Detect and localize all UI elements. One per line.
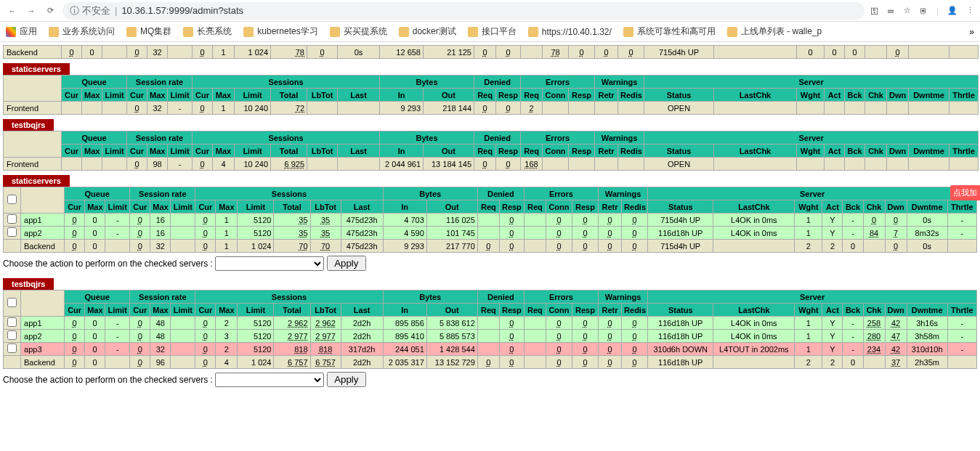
cell-s_lb: 70: [310, 240, 341, 253]
section-title[interactable]: staticservers: [3, 63, 70, 75]
section-title[interactable]: testbqjrs: [3, 278, 54, 290]
cell-dwn: 0: [885, 214, 907, 227]
cell-s_max: 2: [216, 317, 238, 330]
row-name[interactable]: Frontend: [4, 158, 62, 171]
cell-q_lim: -: [105, 227, 130, 240]
bookmark-item[interactable]: 应用: [6, 25, 37, 38]
bookmark-item[interactable]: 买买提系统: [330, 25, 387, 38]
address-bar[interactable]: ⓘ 不安全 | 10.36.1.57:9999/admin?stats: [62, 2, 864, 20]
cell-sr_cur: 0: [130, 240, 150, 253]
cell-q_lim: -: [105, 317, 130, 330]
cell-b_in: 9 293: [383, 240, 426, 253]
cell-thrtle: -: [947, 227, 976, 240]
folder-icon: [528, 27, 538, 37]
cell-lastchk: L4OK in 0ms: [713, 330, 795, 343]
header-group-row: QueueSession rateSessionsBytesDeniedErro…: [4, 76, 979, 89]
cell-s_cur: 0: [195, 356, 216, 369]
cell-sr_cur: 0: [127, 46, 147, 59]
shield-icon[interactable]: ⛨: [920, 7, 928, 15]
cell-dwntme: 0s: [907, 214, 947, 227]
translate-icon[interactable]: ⩸: [887, 7, 895, 15]
cell-wght: 1: [795, 330, 822, 343]
cell-b_out: 217 770: [426, 240, 477, 253]
bookmark-item[interactable]: 系统可靠性和高可用: [623, 25, 716, 38]
cell-s_cur: 0: [193, 158, 213, 171]
cell-b_in: 2 035 317: [383, 356, 426, 369]
cell-w_red: 0: [622, 240, 648, 253]
table-row: Backend00032011 0247070475d23h9 293217 7…: [4, 240, 977, 253]
apply-button[interactable]: Apply: [327, 372, 365, 387]
table-row: Frontend098-0410 2406 9252 044 96113 184…: [4, 158, 979, 171]
bookmark-item[interactable]: 长亮系统: [183, 25, 232, 38]
row-name[interactable]: app1: [21, 317, 65, 330]
folder-icon: [623, 27, 633, 37]
cell-q_max: 0: [85, 343, 105, 356]
stats-table: QueueSession rateSessionsBytesDeniedErro…: [3, 75, 979, 115]
select-all-checkbox[interactable]: [7, 195, 17, 204]
cell-q_lim: [105, 240, 130, 253]
row-checkbox[interactable]: [7, 227, 17, 237]
bookmark-item[interactable]: docker测试: [399, 25, 456, 38]
back-button[interactable]: ←: [6, 4, 19, 17]
action-select[interactable]: [215, 373, 324, 387]
forward-button[interactable]: →: [25, 4, 38, 17]
row-name[interactable]: app3: [21, 343, 65, 356]
row-name[interactable]: Backend: [21, 356, 65, 369]
cell-s_last: 317d2h: [341, 343, 383, 356]
header-col-row: CurMaxLimitCurMaxLimitCurMaxLimitTotalLb…: [4, 145, 979, 158]
star-icon[interactable]: ☆: [904, 6, 911, 15]
folder-icon: [330, 27, 340, 37]
row-name[interactable]: app2: [21, 330, 65, 343]
section-title[interactable]: staticservers: [3, 175, 70, 187]
key-icon[interactable]: ⚿: [870, 7, 878, 15]
insecure-icon: ⓘ 不安全: [70, 4, 110, 17]
bookmark-item[interactable]: 上线单列表 - walle_p: [727, 25, 822, 38]
section-title[interactable]: testbqjrs: [3, 119, 54, 131]
cell-d_req: [477, 227, 499, 240]
cell-s_tot: 2 977: [274, 330, 310, 343]
row-checkbox[interactable]: [7, 330, 17, 340]
cell-q_max: 0: [82, 46, 102, 59]
cell-s_tot: 72: [271, 102, 307, 115]
bookmark-item[interactable]: MQ集群: [126, 25, 171, 38]
cell-dwntme: 3h58m: [907, 330, 947, 343]
cell-e_req: 2: [521, 102, 543, 115]
row-name[interactable]: Frontend: [4, 102, 62, 115]
row-name[interactable]: app2: [21, 227, 65, 240]
cell-b_out: 218 144: [424, 102, 474, 115]
profile-icon[interactable]: 👤: [947, 6, 957, 15]
cell-d_rsp: 0: [499, 330, 524, 343]
menu-icon[interactable]: ⋮: [966, 6, 974, 15]
row-checkbox[interactable]: [7, 214, 17, 224]
bookmark-item[interactable]: kubernetes学习: [243, 25, 317, 38]
cell-e_req: [524, 330, 546, 343]
bookmark-item[interactable]: 接口平台: [468, 25, 517, 38]
action-select[interactable]: [215, 256, 324, 271]
bookmark-item[interactable]: 业务系统访问: [49, 25, 115, 38]
apply-button[interactable]: Apply: [327, 256, 365, 271]
row-checkbox[interactable]: [7, 317, 17, 327]
cell-b_in: 9 293: [380, 102, 424, 115]
select-all-checkbox[interactable]: [7, 298, 17, 307]
cell-s_last: 2d2h: [341, 330, 383, 343]
reload-button[interactable]: ⟳: [44, 4, 57, 17]
url-text: 10.36.1.57:9999/admin?stats: [121, 5, 243, 16]
folder-icon: [126, 27, 137, 37]
cell-lastchk: L4OK in 0ms: [713, 214, 795, 227]
row-name[interactable]: Backend: [4, 46, 62, 59]
float-badge[interactable]: 点我加: [950, 185, 980, 200]
row-checkbox[interactable]: [7, 344, 17, 353]
bookmarks-overflow[interactable]: »: [969, 27, 974, 37]
cell-q_cur: [62, 158, 82, 171]
bookmark-item[interactable]: https://10.40.1.32/: [528, 27, 612, 37]
cell-d_rsp: 0: [499, 356, 524, 369]
cell-q_max: [82, 158, 102, 171]
cell-bck: 0: [845, 46, 865, 59]
cell-s_max: 1: [216, 214, 238, 227]
cell-sr_max: 32: [147, 46, 168, 59]
row-name[interactable]: app1: [21, 214, 65, 227]
cell-s_cur: 0: [193, 102, 213, 115]
cell-q_lim: [102, 46, 127, 59]
cell-b_in: 4 703: [383, 214, 426, 227]
row-name[interactable]: Backend: [21, 240, 65, 253]
